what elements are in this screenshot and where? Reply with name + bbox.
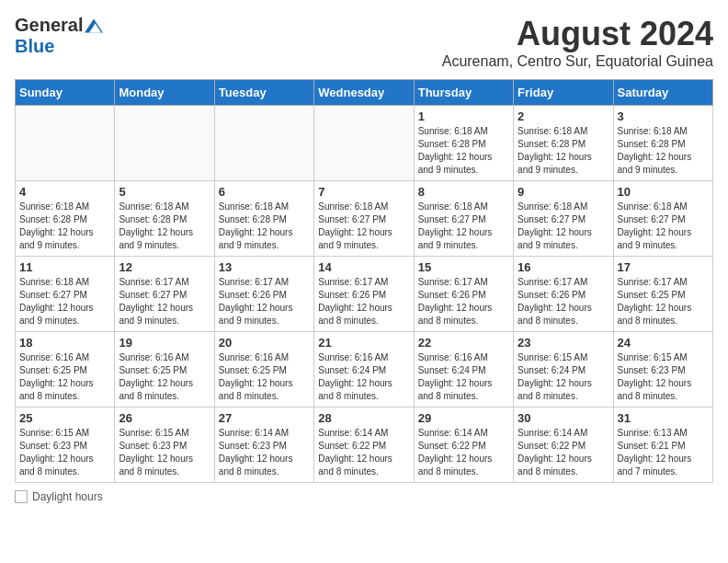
day-number: 4 (19, 185, 110, 199)
day-info: Sunrise: 6:18 AMSunset: 6:27 PMDaylight:… (318, 201, 409, 252)
col-header-tuesday: Tuesday (214, 80, 313, 106)
calendar-cell: 21Sunrise: 6:16 AMSunset: 6:24 PMDayligh… (314, 332, 414, 408)
calendar-cell: 19Sunrise: 6:16 AMSunset: 6:25 PMDayligh… (115, 332, 214, 408)
col-header-thursday: Thursday (414, 80, 513, 106)
week-row-4: 25Sunrise: 6:15 AMSunset: 6:23 PMDayligh… (16, 408, 713, 483)
calendar-cell: 1Sunrise: 6:18 AMSunset: 6:28 PMDaylight… (414, 106, 513, 181)
calendar-cell: 24Sunrise: 6:15 AMSunset: 6:23 PMDayligh… (613, 332, 712, 408)
calendar-cell: 18Sunrise: 6:16 AMSunset: 6:25 PMDayligh… (16, 332, 115, 408)
col-header-sunday: Sunday (16, 80, 115, 106)
day-number: 15 (418, 260, 509, 274)
calendar-cell: 9Sunrise: 6:18 AMSunset: 6:27 PMDaylight… (514, 181, 613, 257)
day-info: Sunrise: 6:13 AMSunset: 6:21 PMDaylight:… (618, 427, 709, 478)
calendar-cell (16, 106, 115, 181)
day-number: 9 (518, 185, 609, 199)
day-info: Sunrise: 6:16 AMSunset: 6:25 PMDaylight:… (219, 351, 310, 403)
day-number: 31 (618, 411, 709, 425)
day-number: 22 (418, 336, 509, 350)
col-header-friday: Friday (514, 80, 613, 106)
day-info: Sunrise: 6:17 AMSunset: 6:26 PMDaylight:… (318, 276, 409, 327)
calendar-cell: 11Sunrise: 6:18 AMSunset: 6:27 PMDayligh… (16, 257, 115, 332)
day-number: 21 (318, 336, 409, 350)
col-header-wednesday: Wednesday (314, 80, 414, 106)
day-number: 29 (418, 411, 509, 425)
day-info: Sunrise: 6:14 AMSunset: 6:23 PMDaylight:… (219, 427, 310, 478)
day-info: Sunrise: 6:18 AMSunset: 6:28 PMDaylight:… (19, 201, 110, 252)
calendar: SundayMondayTuesdayWednesdayThursdayFrid… (15, 79, 713, 483)
logo-blue: Blue (15, 36, 54, 56)
legend-label: Daylight hours (32, 490, 103, 503)
day-info: Sunrise: 6:18 AMSunset: 6:28 PMDaylight:… (418, 125, 509, 177)
day-number: 7 (318, 185, 409, 199)
day-number: 18 (19, 336, 110, 350)
day-number: 2 (518, 109, 609, 123)
calendar-cell: 14Sunrise: 6:17 AMSunset: 6:26 PMDayligh… (314, 257, 414, 332)
day-number: 27 (219, 411, 310, 425)
calendar-cell: 20Sunrise: 6:16 AMSunset: 6:25 PMDayligh… (214, 332, 313, 408)
calendar-cell: 26Sunrise: 6:15 AMSunset: 6:23 PMDayligh… (115, 408, 214, 483)
day-number: 23 (518, 336, 609, 350)
calendar-cell: 23Sunrise: 6:15 AMSunset: 6:24 PMDayligh… (514, 332, 613, 408)
calendar-cell: 28Sunrise: 6:14 AMSunset: 6:22 PMDayligh… (314, 408, 414, 483)
calendar-cell: 29Sunrise: 6:14 AMSunset: 6:22 PMDayligh… (414, 408, 513, 483)
title-block: August 2024 Acurenam, Centro Sur, Equato… (442, 15, 713, 70)
legend-box (15, 490, 28, 503)
calendar-cell: 30Sunrise: 6:14 AMSunset: 6:22 PMDayligh… (514, 408, 613, 483)
calendar-cell: 17Sunrise: 6:17 AMSunset: 6:25 PMDayligh… (613, 257, 712, 332)
day-number: 19 (119, 336, 210, 350)
day-number: 25 (19, 411, 110, 425)
day-info: Sunrise: 6:18 AMSunset: 6:27 PMDaylight:… (518, 201, 609, 252)
day-info: Sunrise: 6:18 AMSunset: 6:27 PMDaylight:… (618, 201, 709, 252)
legend: Daylight hours (15, 490, 713, 503)
day-number: 11 (19, 260, 110, 274)
day-info: Sunrise: 6:16 AMSunset: 6:24 PMDaylight:… (318, 351, 409, 403)
header: General Blue August 2024 Acurenam, Centr… (15, 15, 713, 70)
calendar-cell: 7Sunrise: 6:18 AMSunset: 6:27 PMDaylight… (314, 181, 414, 257)
week-row-2: 11Sunrise: 6:18 AMSunset: 6:27 PMDayligh… (16, 257, 713, 332)
day-number: 1 (418, 109, 509, 123)
day-number: 13 (219, 260, 310, 274)
day-number: 8 (418, 185, 509, 199)
calendar-cell (214, 106, 313, 181)
subtitle: Acurenam, Centro Sur, Equatorial Guinea (442, 53, 713, 70)
calendar-cell (115, 106, 214, 181)
logo-icon (85, 17, 103, 35)
calendar-cell: 8Sunrise: 6:18 AMSunset: 6:27 PMDaylight… (414, 181, 513, 257)
day-info: Sunrise: 6:15 AMSunset: 6:24 PMDaylight:… (518, 351, 609, 403)
day-info: Sunrise: 6:17 AMSunset: 6:26 PMDaylight:… (219, 276, 310, 327)
col-header-saturday: Saturday (613, 80, 712, 106)
day-info: Sunrise: 6:17 AMSunset: 6:25 PMDaylight:… (618, 276, 709, 327)
day-number: 26 (119, 411, 210, 425)
col-header-monday: Monday (115, 80, 214, 106)
day-info: Sunrise: 6:14 AMSunset: 6:22 PMDaylight:… (418, 427, 509, 478)
calendar-cell: 27Sunrise: 6:14 AMSunset: 6:23 PMDayligh… (214, 408, 313, 483)
day-number: 24 (618, 336, 709, 350)
calendar-cell: 6Sunrise: 6:18 AMSunset: 6:28 PMDaylight… (214, 181, 313, 257)
calendar-cell: 16Sunrise: 6:17 AMSunset: 6:26 PMDayligh… (514, 257, 613, 332)
day-info: Sunrise: 6:15 AMSunset: 6:23 PMDaylight:… (19, 427, 110, 478)
day-info: Sunrise: 6:15 AMSunset: 6:23 PMDaylight:… (119, 427, 210, 478)
week-row-0: 1Sunrise: 6:18 AMSunset: 6:28 PMDaylight… (16, 106, 713, 181)
week-row-3: 18Sunrise: 6:16 AMSunset: 6:25 PMDayligh… (16, 332, 713, 408)
calendar-cell: 15Sunrise: 6:17 AMSunset: 6:26 PMDayligh… (414, 257, 513, 332)
day-number: 16 (518, 260, 609, 274)
day-info: Sunrise: 6:18 AMSunset: 6:27 PMDaylight:… (19, 276, 110, 327)
day-info: Sunrise: 6:18 AMSunset: 6:28 PMDaylight:… (119, 201, 210, 252)
day-info: Sunrise: 6:18 AMSunset: 6:28 PMDaylight:… (219, 201, 310, 252)
day-info: Sunrise: 6:15 AMSunset: 6:23 PMDaylight:… (618, 351, 709, 403)
calendar-cell: 3Sunrise: 6:18 AMSunset: 6:28 PMDaylight… (613, 106, 712, 181)
day-info: Sunrise: 6:17 AMSunset: 6:26 PMDaylight:… (518, 276, 609, 327)
calendar-cell: 25Sunrise: 6:15 AMSunset: 6:23 PMDayligh… (16, 408, 115, 483)
logo: General Blue (15, 15, 103, 57)
day-info: Sunrise: 6:14 AMSunset: 6:22 PMDaylight:… (318, 427, 409, 478)
day-info: Sunrise: 6:14 AMSunset: 6:22 PMDaylight:… (518, 427, 609, 478)
calendar-cell: 13Sunrise: 6:17 AMSunset: 6:26 PMDayligh… (214, 257, 313, 332)
day-number: 3 (618, 109, 709, 123)
day-info: Sunrise: 6:18 AMSunset: 6:27 PMDaylight:… (418, 201, 509, 252)
day-info: Sunrise: 6:17 AMSunset: 6:26 PMDaylight:… (418, 276, 509, 327)
day-number: 10 (618, 185, 709, 199)
day-info: Sunrise: 6:16 AMSunset: 6:25 PMDaylight:… (19, 351, 110, 403)
calendar-cell: 2Sunrise: 6:18 AMSunset: 6:28 PMDaylight… (514, 106, 613, 181)
day-number: 12 (119, 260, 210, 274)
calendar-cell: 10Sunrise: 6:18 AMSunset: 6:27 PMDayligh… (613, 181, 712, 257)
